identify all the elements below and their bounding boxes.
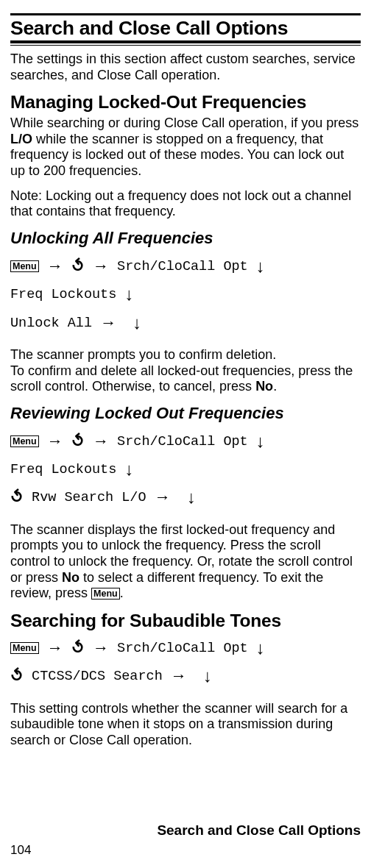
arrow-right-icon: → [93,257,109,275]
menu-button-icon: Menu [91,588,120,600]
heading-unlocking-all: Unlocking All Frequencies [10,229,361,248]
heading-reviewing: Reviewing Locked Out Frequencies [10,404,361,423]
no-key-label: No [62,570,80,585]
unlock-steps: Menu → ↻ → Srch/CloCall Opt ↓ Freq Locko… [10,252,361,337]
text-fragment: While searching or during Close Call ope… [10,115,358,130]
menu-path-ctcss: CTCSS/DCS Search [32,669,163,684]
rotate-icon: ↻ [4,483,30,512]
managing-paragraph: While searching or during Close Call ope… [10,115,361,179]
searching-steps: Menu → ↻ → Srch/CloCall Opt ↓ ↻ CTCSS/DC… [10,634,361,691]
rotate-icon: ↻ [65,252,91,280]
menu-path-srch: Srch/CloCall Opt [117,434,248,449]
menu-path-freq-lockouts: Freq Lockouts [10,287,116,302]
menu-path-srch: Srch/CloCall Opt [117,259,248,274]
text-fragment: while the scanner is stopped on a freque… [10,132,344,178]
menu-path-srch: Srch/CloCall Opt [117,641,248,656]
arrow-right-icon: → [47,432,63,450]
menu-path-freq-lockouts: Freq Lockouts [10,462,116,477]
rotate-icon: ↻ [65,427,91,455]
review-steps: Menu → ↻ → Srch/CloCall Opt ↓ Freq Locko… [10,427,361,512]
arrow-down-icon: ↓ [124,284,133,304]
arrow-down-icon: ↓ [203,666,212,686]
heading-searching-tones: Searching for Subaudible Tones [10,611,361,631]
arrow-down-icon: ↓ [256,431,265,451]
managing-note: Note: Locking out a frequency does not l… [10,188,361,220]
menu-path-rvw-search: Rvw Search L/O [32,490,146,505]
heading-managing-locked-out: Managing Locked-Out Frequencies [10,92,361,113]
rotate-icon: ↻ [65,633,91,662]
arrow-right-icon: → [155,488,171,506]
arrow-right-icon: → [100,313,116,332]
unlock-paragraph: The scanner prompts you to confirm delet… [10,347,361,395]
menu-button-icon: Menu [10,642,39,654]
page-title: Search and Close Call Options [10,17,361,40]
arrow-down-icon: ↓ [124,459,133,479]
no-key-label: No [255,379,273,394]
footer-title: Search and Close Call Options [10,822,361,839]
text-fragment: . [120,586,124,600]
arrow-down-icon: ↓ [256,638,265,658]
arrow-right-icon: → [93,432,109,450]
review-paragraph: The scanner displays the first locked-ou… [10,522,361,602]
menu-button-icon: Menu [10,435,39,447]
page-number: 104 [10,843,361,858]
arrow-right-icon: → [47,257,63,275]
lo-key-label: L/O [10,132,32,146]
intro-text: The settings in this section affect cust… [10,51,361,83]
arrow-right-icon: → [171,666,187,685]
menu-button-icon: Menu [10,260,39,272]
page-footer: Search and Close Call Options 104 [10,822,361,858]
searching-paragraph: This setting controls whether the scanne… [10,701,361,749]
menu-path-unlock-all: Unlock All [10,316,92,331]
title-bar: Search and Close Call Options [10,13,361,43]
arrow-down-icon: ↓ [187,487,196,507]
arrow-right-icon: → [93,638,109,657]
rotate-icon: ↻ [4,662,30,691]
title-underline [10,45,361,46]
arrow-right-icon: → [47,638,63,657]
arrow-down-icon: ↓ [256,256,265,276]
arrow-down-icon: ↓ [132,313,141,332]
text-fragment: . [273,379,277,394]
